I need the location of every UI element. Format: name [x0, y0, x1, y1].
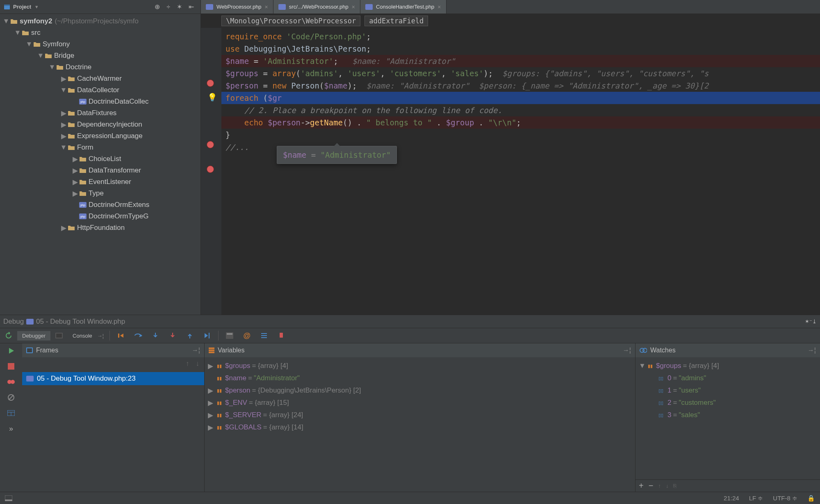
collapse-icon[interactable]: ⊕ — [155, 3, 160, 11]
line-ending[interactable]: LF ≑ — [749, 495, 763, 502]
editor-tab[interactable]: src/.../WebProcessor.php× — [273, 0, 360, 14]
watch-up-button[interactable]: ↑ — [658, 483, 661, 489]
editor-tab[interactable]: ConsoleHandlerTest.php× — [360, 0, 446, 14]
console-tab[interactable]: Console — [68, 331, 97, 341]
mute-breakpoints-button[interactable] — [6, 393, 16, 402]
minimize-icon[interactable]: ⤓ — [812, 318, 817, 325]
expand-icon[interactable]: ▼ — [60, 143, 67, 152]
pin-button[interactable] — [275, 329, 287, 342]
tree-item[interactable]: ▶Type — [0, 188, 200, 199]
expand-icon[interactable]: ▶ — [60, 109, 67, 118]
frames-body[interactable]: ↑ ↓ 05 - Debug Tool Window.php:23 — [22, 357, 204, 492]
caret-position[interactable]: 21:24 — [724, 495, 739, 502]
remove-watch-button[interactable]: − — [649, 481, 654, 490]
debugger-tab[interactable]: Debugger — [17, 331, 50, 341]
variable-row[interactable]: ▶▮▮$GLOBALS = {array} [14] — [205, 421, 635, 434]
expand-icon[interactable]: ▶ — [60, 224, 67, 232]
breakpoint-icon[interactable] — [207, 166, 214, 173]
watch-child-row[interactable]: ▯▯1 = "users" — [636, 384, 820, 397]
expand-icon[interactable]: ▶ — [208, 423, 215, 432]
expand-icon[interactable]: ▶ — [60, 120, 67, 129]
more-button[interactable]: » — [6, 424, 16, 434]
gutter[interactable]: 💡 — [201, 28, 221, 315]
settings-button[interactable] — [258, 329, 270, 342]
expand-icon[interactable]: ▶ — [60, 75, 67, 83]
watch-child-row[interactable]: ▯▯2 = "customers" — [636, 397, 820, 409]
bulb-icon[interactable]: 💡 — [207, 93, 217, 102]
watch-child-row[interactable]: ▯▯0 = "admins" — [636, 372, 820, 384]
close-icon[interactable]: × — [352, 4, 355, 10]
tree-item[interactable]: phpDoctrineDataCollec — [0, 96, 200, 107]
variable-row[interactable]: ▮▮$name = "Administrator" — [205, 372, 635, 384]
watch-child-row[interactable]: ▯▯3 = "sales" — [636, 409, 820, 421]
expand-icon[interactable]: ▶ — [71, 166, 79, 175]
variable-row[interactable]: ▶▮▮$groups = {array} [4] — [205, 360, 635, 372]
expand-icon[interactable]: ▼ — [60, 86, 67, 94]
tree-item[interactable]: ▼src — [0, 27, 200, 39]
encoding[interactable]: UTF-8 ≑ — [773, 495, 797, 502]
breadcrumb-item[interactable]: addExtraField — [364, 16, 428, 26]
variable-row[interactable]: ▶▮▮$person = {Debugging\JetBrains\Person… — [205, 384, 635, 397]
tree-item[interactable]: ▶DataFixtures — [0, 107, 200, 119]
expand-icon[interactable]: ▼ — [25, 40, 33, 48]
expand-icon[interactable]: ▶ — [208, 386, 215, 395]
expand-icon[interactable]: ▶ — [60, 132, 67, 141]
expand-icon[interactable]: ▶ — [71, 178, 79, 186]
tree-root[interactable]: ▼ symfony2 (~/PhpstormProjects/symfo — [0, 16, 200, 27]
tree-item[interactable]: ▼Symfony — [0, 39, 200, 50]
tree-item[interactable]: phpDoctrineOrmTypeG — [0, 211, 200, 222]
stop-button[interactable] — [6, 361, 16, 371]
expand-icon[interactable]: ▶ — [208, 399, 215, 407]
code-content[interactable]: require_once 'Code/Person.php'; use Debu… — [221, 28, 820, 315]
project-tree[interactable]: ▼ symfony2 (~/PhpstormProjects/symfo ▼sr… — [0, 14, 200, 315]
expand-icon[interactable]: ▶ — [208, 362, 215, 370]
tree-item[interactable]: ▶ExpressionLanguage — [0, 130, 200, 142]
expand-icon[interactable]: ▶ — [208, 411, 215, 420]
tree-item[interactable]: ▼DataCollector — [0, 84, 200, 96]
pin-icon[interactable]: →¦ — [623, 347, 631, 354]
step-over-button[interactable] — [132, 329, 144, 342]
run-to-cursor-button[interactable] — [201, 329, 213, 342]
expand-icon[interactable]: ▶ — [71, 189, 79, 198]
breadcrumb-item[interactable]: \Monolog\Processor\WebProcessor — [221, 16, 360, 26]
copy-watch-button[interactable]: ⎘ — [673, 483, 676, 489]
force-step-into-button[interactable] — [166, 329, 179, 342]
tree-item[interactable]: phpDoctrineOrmExtens — [0, 199, 200, 211]
show-exec-point-button[interactable] — [115, 329, 127, 342]
tree-item[interactable]: ▼Form — [0, 142, 200, 153]
tree-item[interactable]: ▶ChoiceList — [0, 153, 200, 165]
editor-tab[interactable]: WebProcessor.php× — [201, 0, 273, 14]
tree-item[interactable]: ▼Bridge — [0, 50, 200, 61]
tree-item[interactable]: ▶EventListener — [0, 176, 200, 188]
frame-down-icon[interactable]: ↓ — [196, 360, 200, 372]
hide-icon[interactable]: ⇤ — [189, 3, 194, 11]
gear-icon[interactable]: ✶⁻ — [805, 318, 812, 325]
add-watch-button[interactable]: + — [639, 481, 644, 490]
variables-body[interactable]: ▶▮▮$groups = {array} [4]▮▮$name = "Admin… — [205, 357, 635, 492]
close-icon[interactable]: × — [437, 4, 441, 10]
frame-row[interactable]: 05 - Debug Tool Window.php:23 — [22, 372, 204, 385]
watches-body[interactable]: ▼ ▮▮ $groups = {array} [4] ▯▯0 = "admins… — [636, 357, 820, 479]
expand-icon[interactable]: ▼ — [639, 362, 646, 370]
tool-window-icon[interactable] — [5, 495, 12, 501]
resume-button[interactable] — [6, 346, 16, 356]
variable-row[interactable]: ▶▮▮$_ENV = {array} [15] — [205, 397, 635, 409]
pin-icon[interactable]: →¦ — [808, 347, 816, 354]
readonly-icon[interactable]: 🔒 — [807, 495, 815, 502]
step-out-button[interactable] — [184, 329, 196, 342]
tree-item[interactable]: ▶DependencyInjection — [0, 119, 200, 130]
tree-item[interactable]: ▶HttpFoundation — [0, 222, 200, 234]
project-title[interactable]: Project — [13, 4, 31, 10]
locate-icon[interactable]: ÷ — [166, 3, 170, 11]
tree-item[interactable]: ▶CacheWarmer — [0, 73, 200, 84]
rerun-button[interactable] — [2, 329, 15, 342]
watch-down-button[interactable]: ↓ — [666, 483, 669, 489]
pin-icon[interactable]: →¦ — [192, 347, 200, 354]
expand-icon[interactable]: ▶ — [71, 155, 79, 163]
frame-up-icon[interactable]: ↑ — [186, 360, 189, 372]
step-into-button[interactable] — [149, 329, 162, 342]
output-toggle-icon[interactable]: →¦ — [97, 333, 104, 339]
breakpoint-icon[interactable] — [207, 79, 214, 87]
code-area[interactable]: 💡 require_once 'Code/Person.php'; use De… — [201, 28, 820, 315]
project-dropdown-icon[interactable]: ▾ — [35, 4, 38, 10]
